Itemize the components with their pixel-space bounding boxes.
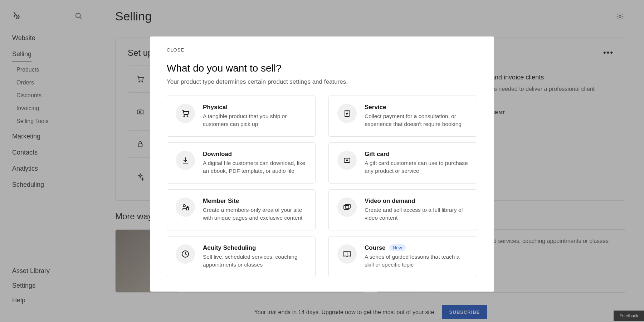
clock-icon <box>176 244 195 264</box>
type-desc: A digital file customers can download, l… <box>203 159 307 175</box>
product-type-member-site[interactable]: Member Site Create a members-only area o… <box>167 189 316 230</box>
type-desc: A tangible product that you ship or cust… <box>203 112 307 128</box>
type-title: Course <box>365 244 386 252</box>
product-type-download[interactable]: Download A digital file customers can do… <box>167 142 316 184</box>
member-icon <box>176 197 195 217</box>
receipt-icon <box>337 104 357 123</box>
type-desc: Collect payment for a consultation, or e… <box>365 112 468 128</box>
type-desc: Create and sell access to a full library… <box>365 206 468 222</box>
type-title: Acuity Scheduling <box>203 244 256 252</box>
close-button[interactable]: CLOSE <box>167 47 477 53</box>
book-icon <box>337 244 357 264</box>
type-desc: Sell live, scheduled services, coaching … <box>203 253 307 269</box>
svg-point-9 <box>187 116 188 117</box>
product-type-course[interactable]: Course New A series of guided lessons th… <box>328 236 477 277</box>
type-desc: Create a members-only area of your site … <box>203 206 307 222</box>
type-title: Member Site <box>203 197 239 205</box>
product-type-modal: CLOSE What do you want to sell? Your pro… <box>150 36 494 292</box>
product-type-gift-card[interactable]: Gift card A gift card customers can use … <box>328 142 477 184</box>
type-title: Service <box>365 104 386 111</box>
product-type-service[interactable]: Service Collect payment for a consultati… <box>328 96 477 137</box>
modal-title: What do you want to sell? <box>167 63 477 74</box>
type-title: Download <box>203 151 232 158</box>
giftcard-icon <box>337 151 357 170</box>
type-title: Physical <box>203 104 228 111</box>
svg-point-12 <box>183 205 185 207</box>
type-title: Gift card <box>365 151 390 158</box>
cart-icon <box>176 104 195 123</box>
product-type-acuity-scheduling[interactable]: Acuity Scheduling Sell live, scheduled s… <box>167 236 316 277</box>
svg-rect-14 <box>344 205 349 209</box>
type-desc: A series of guided lessons that teach a … <box>365 253 468 269</box>
product-type-physical[interactable]: Physical A tangible product that you shi… <box>167 96 316 137</box>
type-title: Video on demand <box>365 197 415 205</box>
new-badge: New <box>389 244 406 251</box>
svg-point-8 <box>184 116 185 117</box>
download-icon <box>176 151 195 170</box>
svg-rect-13 <box>186 208 189 210</box>
video-icon <box>337 197 357 217</box>
type-desc: A gift card customers can use to purchas… <box>365 159 468 175</box>
modal-subtitle: Your product type determines certain pro… <box>167 78 477 86</box>
product-type-video-on-demand[interactable]: Video on demand Create and sell access t… <box>328 189 477 230</box>
svg-rect-15 <box>345 204 350 208</box>
modal-overlay[interactable]: CLOSE What do you want to sell? Your pro… <box>0 0 644 322</box>
